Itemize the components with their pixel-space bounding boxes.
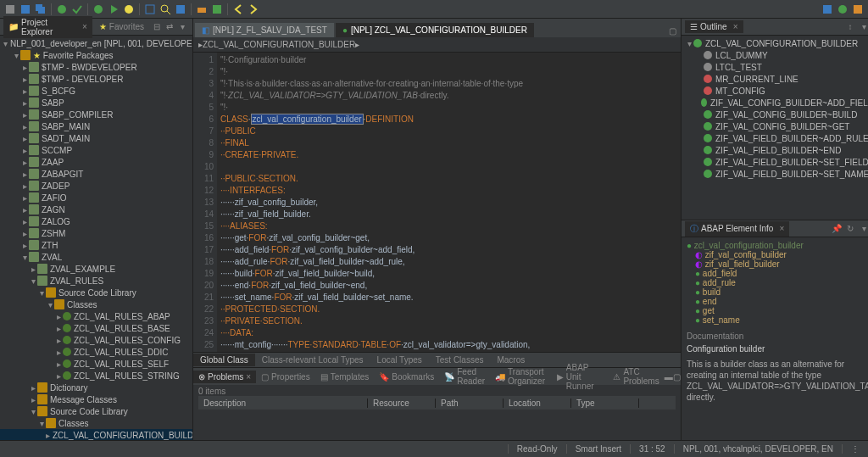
- view-menu-icon[interactable]: ▾: [176, 20, 189, 34]
- close-icon[interactable]: ×: [82, 22, 87, 31]
- twist-icon[interactable]: ▾: [3, 39, 8, 48]
- outline-item[interactable]: MR_CURRENT_LINE: [682, 73, 868, 85]
- tree-item[interactable]: ▸ZABAPGIT: [0, 168, 192, 180]
- perspective-other-icon[interactable]: [851, 3, 865, 16]
- link-editor-icon[interactable]: ⇄: [164, 20, 176, 34]
- twist-icon[interactable]: ▾: [20, 253, 29, 262]
- tree-item[interactable]: ▸SADT_MAIN: [0, 132, 192, 144]
- refresh-icon[interactable]: ↻: [843, 222, 857, 236]
- outline-item[interactable]: ZIF_VAL_CONFIG_BUILDER~BUILD: [682, 109, 868, 120]
- link-icon[interactable]: [210, 3, 224, 16]
- tree-item[interactable]: ▸SABP: [0, 97, 192, 109]
- tree-item[interactable]: ▸ZCL_VAL_RULES_CONFIG: [0, 334, 192, 346]
- method-name[interactable]: get: [703, 306, 715, 315]
- twist-icon[interactable]: ▸: [29, 395, 37, 404]
- tree-item[interactable]: ▸ZCL_VAL_RULES_SELF: [0, 358, 192, 370]
- favorites-tab[interactable]: ★ Favorites: [94, 20, 149, 33]
- outline-item[interactable]: ▾ZCL_VAL_CONFIGURATION_BUILDER: [682, 37, 868, 49]
- twist-icon[interactable]: ▾: [29, 407, 37, 416]
- tree-item[interactable]: ▾ZVAL: [0, 251, 192, 263]
- outline-item[interactable]: ZIF_VAL_FIELD_BUILDER~ADD_RULE: [682, 132, 868, 144]
- element-info-tab[interactable]: ⓘ ABAP Element Info ×: [685, 221, 789, 237]
- method-name[interactable]: add_rule: [703, 278, 736, 287]
- tree-item[interactable]: ▸ZCL_VAL_RULES_DDIC: [0, 346, 192, 358]
- twist-icon[interactable]: ▸: [20, 217, 29, 226]
- sub-tab[interactable]: Macros: [490, 354, 531, 366]
- twist-icon[interactable]: ▸: [54, 324, 63, 333]
- profile-icon[interactable]: [122, 3, 136, 16]
- pin-icon[interactable]: 📌: [830, 222, 843, 236]
- perspective-debug-icon[interactable]: [836, 3, 849, 16]
- tree-item[interactable]: ▾Source Code Library: [0, 405, 192, 417]
- code-content[interactable]: "!·Configuration·builder"!·"!·This·is·a·…: [217, 53, 681, 352]
- bottom-tab-templates[interactable]: ▤Templates: [315, 371, 375, 383]
- tree-item[interactable]: ▸ZSHM: [0, 227, 192, 239]
- tree-item[interactable]: ▸$TMP - DEVELOPER: [0, 73, 192, 85]
- outline-item[interactable]: ZIF_VAL_CONFIG_BUILDER~ADD_FIELD: [682, 97, 868, 109]
- transport-icon[interactable]: [195, 3, 209, 16]
- twist-icon[interactable]: ▸: [20, 122, 29, 131]
- twist-icon[interactable]: ▸: [54, 336, 63, 345]
- status-menu-icon[interactable]: ⋮: [842, 444, 868, 454]
- twist-icon[interactable]: ▸: [29, 383, 37, 393]
- twist-icon[interactable]: ▸: [54, 348, 63, 357]
- perspective-abap-icon[interactable]: [821, 3, 834, 16]
- maximize-icon[interactable]: ▢: [665, 24, 679, 37]
- twist-icon[interactable]: ▸: [20, 158, 29, 167]
- twist-icon[interactable]: ▸: [20, 241, 29, 250]
- problems-col[interactable]: Location: [504, 398, 571, 408]
- sort-icon[interactable]: ↕: [843, 20, 857, 34]
- method-name[interactable]: build: [703, 287, 721, 297]
- tree-item[interactable]: ▸ZAAP: [0, 156, 192, 168]
- tree-item[interactable]: ▸Message Classes: [0, 393, 192, 405]
- tree-item[interactable]: ▸ZADEP: [0, 180, 192, 192]
- tree-item[interactable]: ▸$TMP - BWDEVELOPER: [0, 61, 192, 73]
- open-object-icon[interactable]: [143, 3, 157, 16]
- outline-item[interactable]: MT_CONFIG: [682, 85, 868, 97]
- twist-icon[interactable]: ▸: [20, 205, 29, 215]
- tree-item[interactable]: ▾ZVAL_RULES: [0, 275, 192, 287]
- tree-item[interactable]: ▾Source Code Library: [0, 287, 192, 298]
- twist-icon[interactable]: ▾: [37, 288, 46, 298]
- twist-icon[interactable]: ▸: [20, 134, 29, 143]
- tree-item[interactable]: ▾Classes: [0, 298, 192, 310]
- tree-item[interactable]: ▸Dictionary: [0, 382, 192, 393]
- minimize-icon[interactable]: ▬: [665, 370, 673, 383]
- twist-icon[interactable]: ▸: [29, 265, 37, 274]
- close-icon[interactable]: ×: [779, 224, 784, 233]
- new-icon[interactable]: [3, 3, 17, 16]
- sub-tab[interactable]: Local Types: [370, 354, 429, 366]
- twist-icon[interactable]: ▸: [20, 193, 29, 203]
- problems-col[interactable]: Resource: [368, 398, 436, 408]
- run-icon[interactable]: [107, 3, 120, 16]
- editor-tab-2[interactable]: ● [NPL] ZCL_VAL_CONFIGURATION_BUILDER: [336, 23, 534, 37]
- tree-item[interactable]: ▸ZALOG: [0, 215, 192, 227]
- tree-item[interactable]: ▸ZTH: [0, 239, 192, 251]
- method-name[interactable]: end: [703, 297, 717, 306]
- twist-icon[interactable]: ▸: [20, 75, 29, 84]
- sub-tab[interactable]: Test Classes: [429, 354, 491, 366]
- tree-item[interactable]: ▸SCCMP: [0, 144, 192, 156]
- bottom-tab-properties[interactable]: ▢Properties: [256, 371, 315, 383]
- close-icon[interactable]: ×: [733, 22, 738, 31]
- twist-icon[interactable]: ▸: [54, 312, 63, 321]
- outline-item[interactable]: LCL_DUMMY: [682, 49, 868, 61]
- outline-item[interactable]: ZIF_VAL_FIELD_BUILDER~SET_NAME: [682, 168, 868, 180]
- tree-item[interactable]: ▸ZVAL_EXAMPLE: [0, 263, 192, 275]
- back-icon[interactable]: [231, 3, 245, 16]
- debug-icon[interactable]: [92, 3, 105, 16]
- bottom-tab-problems[interactable]: ⊗Problems ×: [193, 371, 256, 383]
- twist-icon[interactable]: ▸: [54, 371, 63, 381]
- sub-tab[interactable]: Global Class: [193, 354, 255, 366]
- impl-name[interactable]: zif_val_config_builder: [705, 250, 787, 259]
- tree-item[interactable]: ▸ZCL_VAL_CONFIGURATION_BUILDER: [0, 429, 192, 440]
- tree-item[interactable]: ▸SABP_COMPILER: [0, 109, 192, 120]
- outline-item[interactable]: ZIF_VAL_FIELD_BUILDER~END: [682, 144, 868, 156]
- problems-col[interactable]: Type: [571, 398, 639, 408]
- tree-item[interactable]: ▸ZAGN: [0, 203, 192, 215]
- tree-item[interactable]: ▸S_BCFG: [0, 85, 192, 97]
- collapse-all-icon[interactable]: ⊟: [151, 20, 164, 34]
- tree-item[interactable]: ▾★ Favorite Packages: [0, 49, 192, 61]
- twist-icon[interactable]: ▸: [20, 63, 29, 72]
- project-explorer-tab[interactable]: 📁 Project Explorer ×: [3, 16, 92, 38]
